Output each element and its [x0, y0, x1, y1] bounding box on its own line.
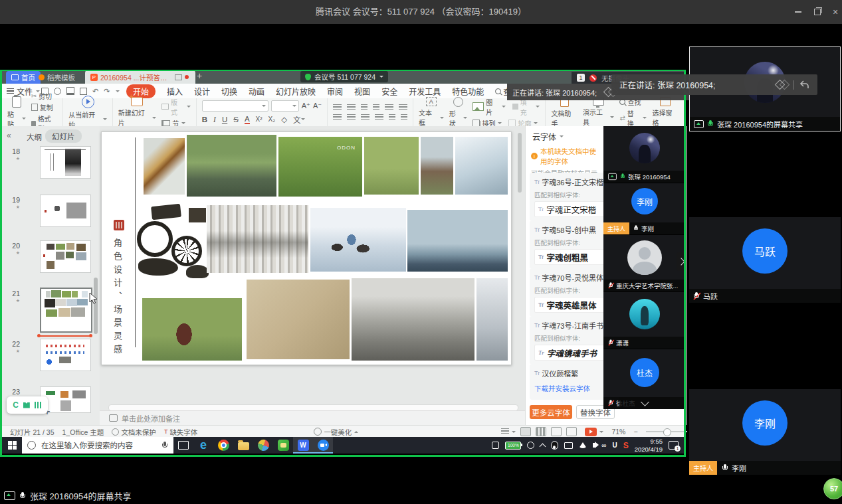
red-seal-stamp[interactable] — [114, 220, 124, 230]
panel-scrollbar-thumb[interactable] — [94, 278, 98, 334]
doc-assistant-button[interactable]: 文档助手 — [551, 96, 578, 128]
photo-wrestlers[interactable] — [421, 137, 453, 195]
redo-icon[interactable]: ↷ — [104, 87, 110, 96]
normal-view-button[interactable] — [520, 427, 531, 436]
ime-link-icon[interactable]: ∞ — [601, 442, 606, 449]
menu-security[interactable]: 安全 — [381, 86, 397, 97]
tab-slides[interactable]: 幻灯片 — [45, 129, 82, 143]
picture-button[interactable]: 图片 — [473, 97, 505, 117]
photo-knife[interactable] — [144, 138, 185, 195]
notes-toggle-button[interactable] — [501, 428, 509, 435]
menu-slideshow[interactable]: 幻灯片放映 — [276, 86, 316, 97]
photo-reindeer-rider[interactable] — [187, 135, 276, 197]
align-right-button[interactable] — [361, 114, 369, 121]
menu-view[interactable]: 视图 — [354, 86, 370, 97]
zoom-level[interactable]: 71% — [611, 428, 625, 436]
start-button[interactable] — [2, 437, 22, 454]
maximize-button[interactable] — [810, 5, 825, 19]
beautify-c-icon[interactable]: C — [13, 400, 19, 410]
more-cloud-fonts-button[interactable]: 更多云字体 — [530, 405, 572, 419]
camera-off-icon[interactable] — [589, 74, 597, 82]
photo-eagle-hunter[interactable] — [352, 278, 474, 361]
slideshow-play-button[interactable] — [585, 428, 597, 436]
close-button[interactable]: × — [828, 5, 842, 19]
layout-button[interactable]: 版式 — [161, 97, 191, 117]
paste-button[interactable]: 粘贴 — [7, 96, 26, 129]
strip-tile-zhangnanmu[interactable]: 重庆大学艺术学院张... — [603, 234, 686, 292]
justify-button[interactable] — [375, 114, 383, 121]
strip-collapse-button[interactable] — [619, 397, 670, 409]
align-left-button[interactable] — [333, 114, 342, 121]
taskbar-edge[interactable]: e — [193, 437, 213, 454]
taskbar-wps[interactable]: W — [293, 437, 313, 454]
slide-thumbnail-21-selected[interactable] — [40, 288, 92, 333]
textbox-button[interactable]: A文本框 — [419, 97, 444, 127]
zoom-out-button[interactable]: − — [633, 428, 637, 436]
task-view-button[interactable] — [173, 437, 193, 454]
photo-shaman-drum[interactable] — [142, 298, 242, 361]
distribute-button[interactable] — [401, 114, 407, 121]
reply-arrow-icon[interactable] — [799, 80, 809, 89]
menu-animation[interactable]: 动画 — [249, 86, 264, 97]
font-card-4[interactable]: Tr字魂73号-江南手书 匹配到相似字体: Tr字魂镌魂手书 — [530, 316, 613, 365]
photo-grassland-logo[interactable]: ODON — [278, 137, 362, 197]
menu-transition[interactable]: 切换 — [221, 86, 237, 97]
sidebar-tile-ligang[interactable]: 李刚 主持人 李刚 — [689, 389, 841, 475]
u-tool-icon[interactable]: U — [612, 442, 617, 449]
slide-thumbnail-19[interactable] — [40, 195, 91, 227]
download-font-link[interactable]: 下载并安装云字体 — [534, 383, 609, 393]
menu-insert[interactable]: 插入 — [167, 86, 183, 97]
new-slide-button[interactable]: 新建幻灯片 — [118, 97, 156, 127]
voice-search-icon[interactable] — [161, 442, 168, 450]
zoom-slider[interactable] — [646, 431, 687, 432]
present-tools-button[interactable]: 演示工具 — [583, 98, 615, 127]
underline-button[interactable]: U — [222, 116, 227, 124]
taskbar-photos[interactable] — [253, 437, 273, 454]
line-spacing-button[interactable] — [385, 104, 393, 111]
sorter-view-button[interactable] — [536, 427, 546, 436]
undo-icon[interactable]: ↶ — [92, 87, 98, 96]
font-card-2[interactable]: Tr字魂58号-创中黑 匹配到相似字体: Tr字魂创粗黑 — [530, 220, 613, 269]
tab-templates[interactable]: 稻壳模板 — [33, 71, 80, 84]
protection-status[interactable]: 文档未保护 — [112, 427, 156, 437]
font-name-combo[interactable] — [202, 100, 268, 112]
increase-font-button[interactable]: A⁺ — [302, 102, 310, 110]
strip-tile-dujie[interactable]: 杜杰 徐杜杰 — [603, 349, 686, 409]
people-icon[interactable] — [527, 442, 534, 449]
print-icon[interactable] — [66, 87, 74, 95]
sidebar-tile-mayue[interactable]: 马跃 马跃 — [689, 217, 841, 303]
slide-thumbnail-18[interactable] — [40, 146, 91, 179]
bold-button[interactable]: B — [202, 116, 207, 124]
outdent-button[interactable] — [361, 104, 368, 111]
text-direction-button[interactable] — [399, 104, 407, 111]
tab-document[interactable]: P 20160954 ...计预答辩汇报ppt — [85, 70, 195, 84]
taskbar-search[interactable] — [22, 437, 173, 454]
select-pane-button[interactable]: 选择窗格 — [652, 97, 679, 127]
superscript-button[interactable]: X² — [256, 116, 263, 123]
subscript-button[interactable]: X₂ — [268, 116, 276, 123]
chevron-down-icon[interactable] — [560, 135, 564, 137]
speaker-icon[interactable] — [593, 443, 595, 448]
slide-thumbnail-20[interactable] — [40, 240, 91, 273]
meeting-id-pill[interactable]: 会议号 511 077 924 — [300, 71, 388, 82]
photo-birch-forest[interactable] — [207, 205, 308, 273]
taskbar-chrome[interactable] — [213, 437, 233, 454]
members-count-badge[interactable]: 1 — [577, 74, 585, 82]
italic-button[interactable]: I — [213, 116, 216, 124]
photo-ancient-painting[interactable] — [247, 280, 350, 359]
cut-button[interactable]: ✂剪切 — [31, 91, 58, 101]
strip-tile-ligang[interactable]: 李刚 主持人 李刚 — [603, 183, 686, 234]
menu-review[interactable]: 审阅 — [327, 86, 343, 97]
clear-format-button[interactable]: ◇ — [281, 115, 287, 124]
numbering-button[interactable] — [347, 104, 356, 111]
menu-design[interactable]: 设计 — [194, 86, 210, 97]
sogou-icon[interactable]: S — [623, 441, 629, 450]
action-center-icon[interactable]: 1 — [669, 441, 679, 450]
search-input[interactable] — [40, 441, 158, 450]
presenter-view-button[interactable] — [566, 427, 577, 436]
photo-reindeer-herd[interactable] — [407, 210, 508, 272]
font-color-button[interactable]: A — [245, 115, 250, 124]
strip-tile-zhangchen[interactable]: 张琛 20160954 — [603, 126, 686, 183]
columns-button[interactable] — [389, 114, 395, 121]
font-card-3[interactable]: Tr字魂70号-灵悦黑体 匹配到相似字体: Tr字魂英雄黑体 — [530, 268, 613, 317]
